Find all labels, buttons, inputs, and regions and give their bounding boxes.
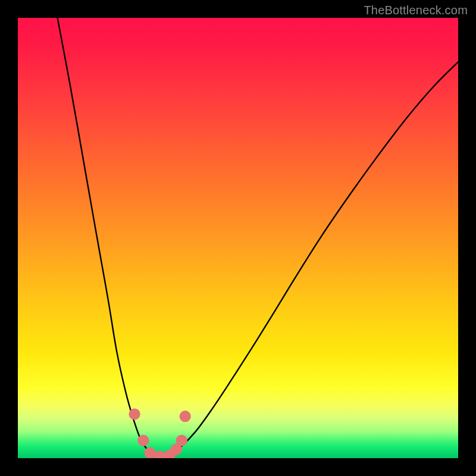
bottleneck-curve (58, 18, 458, 458)
marker-dot (164, 449, 176, 458)
chart-frame: TheBottleneck.com (0, 0, 476, 476)
plot-area (18, 18, 458, 458)
marker-dot (180, 411, 191, 422)
marker-dot (137, 435, 149, 446)
marker-dot (129, 408, 140, 419)
marker-dot (154, 450, 165, 458)
marker-dot (171, 444, 182, 455)
marker-dot (144, 447, 155, 459)
curve-layer (18, 18, 458, 458)
marker-dot (176, 435, 187, 446)
watermark-text: TheBottleneck.com (364, 4, 468, 17)
highlight-markers (129, 408, 190, 458)
